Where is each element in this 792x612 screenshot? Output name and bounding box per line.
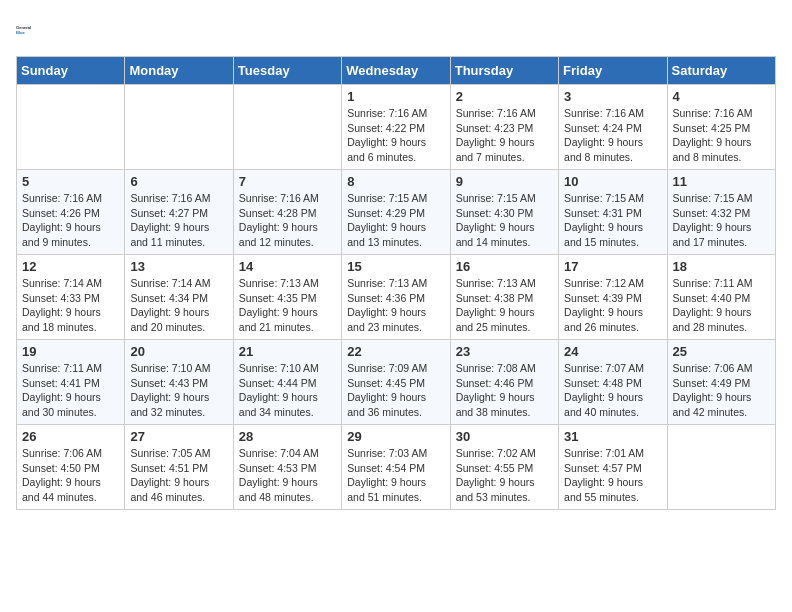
day-info: Sunrise: 7:10 AM Sunset: 4:44 PM Dayligh… bbox=[239, 361, 336, 420]
calendar-cell: 1Sunrise: 7:16 AM Sunset: 4:22 PM Daylig… bbox=[342, 85, 450, 170]
day-number: 24 bbox=[564, 344, 661, 359]
calendar-cell: 18Sunrise: 7:11 AM Sunset: 4:40 PM Dayli… bbox=[667, 255, 775, 340]
header: GeneralBlue bbox=[16, 16, 776, 44]
day-info: Sunrise: 7:12 AM Sunset: 4:39 PM Dayligh… bbox=[564, 276, 661, 335]
day-info: Sunrise: 7:02 AM Sunset: 4:55 PM Dayligh… bbox=[456, 446, 553, 505]
day-info: Sunrise: 7:07 AM Sunset: 4:48 PM Dayligh… bbox=[564, 361, 661, 420]
day-info: Sunrise: 7:10 AM Sunset: 4:43 PM Dayligh… bbox=[130, 361, 227, 420]
calendar-cell: 5Sunrise: 7:16 AM Sunset: 4:26 PM Daylig… bbox=[17, 170, 125, 255]
day-number: 30 bbox=[456, 429, 553, 444]
day-number: 8 bbox=[347, 174, 444, 189]
day-info: Sunrise: 7:13 AM Sunset: 4:36 PM Dayligh… bbox=[347, 276, 444, 335]
day-number: 28 bbox=[239, 429, 336, 444]
week-row-2: 5Sunrise: 7:16 AM Sunset: 4:26 PM Daylig… bbox=[17, 170, 776, 255]
day-number: 15 bbox=[347, 259, 444, 274]
day-number: 7 bbox=[239, 174, 336, 189]
calendar-cell: 8Sunrise: 7:15 AM Sunset: 4:29 PM Daylig… bbox=[342, 170, 450, 255]
day-number: 6 bbox=[130, 174, 227, 189]
day-info: Sunrise: 7:09 AM Sunset: 4:45 PM Dayligh… bbox=[347, 361, 444, 420]
day-number: 21 bbox=[239, 344, 336, 359]
day-info: Sunrise: 7:16 AM Sunset: 4:25 PM Dayligh… bbox=[673, 106, 770, 165]
calendar-cell: 9Sunrise: 7:15 AM Sunset: 4:30 PM Daylig… bbox=[450, 170, 558, 255]
calendar-cell: 24Sunrise: 7:07 AM Sunset: 4:48 PM Dayli… bbox=[559, 340, 667, 425]
weekday-header-wednesday: Wednesday bbox=[342, 57, 450, 85]
calendar-cell bbox=[17, 85, 125, 170]
calendar-cell: 17Sunrise: 7:12 AM Sunset: 4:39 PM Dayli… bbox=[559, 255, 667, 340]
calendar-cell bbox=[233, 85, 341, 170]
weekday-header-saturday: Saturday bbox=[667, 57, 775, 85]
day-number: 14 bbox=[239, 259, 336, 274]
calendar-cell: 6Sunrise: 7:16 AM Sunset: 4:27 PM Daylig… bbox=[125, 170, 233, 255]
day-number: 23 bbox=[456, 344, 553, 359]
calendar-cell: 3Sunrise: 7:16 AM Sunset: 4:24 PM Daylig… bbox=[559, 85, 667, 170]
week-row-1: 1Sunrise: 7:16 AM Sunset: 4:22 PM Daylig… bbox=[17, 85, 776, 170]
day-info: Sunrise: 7:13 AM Sunset: 4:35 PM Dayligh… bbox=[239, 276, 336, 335]
calendar-cell bbox=[125, 85, 233, 170]
day-number: 20 bbox=[130, 344, 227, 359]
day-number: 2 bbox=[456, 89, 553, 104]
weekday-header-row: SundayMondayTuesdayWednesdayThursdayFrid… bbox=[17, 57, 776, 85]
day-info: Sunrise: 7:16 AM Sunset: 4:26 PM Dayligh… bbox=[22, 191, 119, 250]
day-number: 29 bbox=[347, 429, 444, 444]
calendar-cell: 2Sunrise: 7:16 AM Sunset: 4:23 PM Daylig… bbox=[450, 85, 558, 170]
calendar-cell: 19Sunrise: 7:11 AM Sunset: 4:41 PM Dayli… bbox=[17, 340, 125, 425]
day-number: 10 bbox=[564, 174, 661, 189]
day-info: Sunrise: 7:16 AM Sunset: 4:24 PM Dayligh… bbox=[564, 106, 661, 165]
day-info: Sunrise: 7:11 AM Sunset: 4:41 PM Dayligh… bbox=[22, 361, 119, 420]
day-info: Sunrise: 7:04 AM Sunset: 4:53 PM Dayligh… bbox=[239, 446, 336, 505]
day-info: Sunrise: 7:08 AM Sunset: 4:46 PM Dayligh… bbox=[456, 361, 553, 420]
calendar-cell: 10Sunrise: 7:15 AM Sunset: 4:31 PM Dayli… bbox=[559, 170, 667, 255]
logo-icon: GeneralBlue bbox=[16, 16, 44, 44]
calendar-cell: 13Sunrise: 7:14 AM Sunset: 4:34 PM Dayli… bbox=[125, 255, 233, 340]
calendar-cell: 28Sunrise: 7:04 AM Sunset: 4:53 PM Dayli… bbox=[233, 425, 341, 510]
day-number: 22 bbox=[347, 344, 444, 359]
calendar-cell: 30Sunrise: 7:02 AM Sunset: 4:55 PM Dayli… bbox=[450, 425, 558, 510]
weekday-header-monday: Monday bbox=[125, 57, 233, 85]
day-number: 16 bbox=[456, 259, 553, 274]
day-info: Sunrise: 7:15 AM Sunset: 4:30 PM Dayligh… bbox=[456, 191, 553, 250]
day-info: Sunrise: 7:15 AM Sunset: 4:29 PM Dayligh… bbox=[347, 191, 444, 250]
day-info: Sunrise: 7:15 AM Sunset: 4:31 PM Dayligh… bbox=[564, 191, 661, 250]
day-info: Sunrise: 7:11 AM Sunset: 4:40 PM Dayligh… bbox=[673, 276, 770, 335]
calendar-cell: 22Sunrise: 7:09 AM Sunset: 4:45 PM Dayli… bbox=[342, 340, 450, 425]
calendar-cell: 7Sunrise: 7:16 AM Sunset: 4:28 PM Daylig… bbox=[233, 170, 341, 255]
day-number: 5 bbox=[22, 174, 119, 189]
svg-text:Blue: Blue bbox=[16, 30, 25, 35]
day-number: 31 bbox=[564, 429, 661, 444]
weekday-header-sunday: Sunday bbox=[17, 57, 125, 85]
calendar-cell bbox=[667, 425, 775, 510]
day-info: Sunrise: 7:16 AM Sunset: 4:27 PM Dayligh… bbox=[130, 191, 227, 250]
day-info: Sunrise: 7:16 AM Sunset: 4:23 PM Dayligh… bbox=[456, 106, 553, 165]
calendar-cell: 25Sunrise: 7:06 AM Sunset: 4:49 PM Dayli… bbox=[667, 340, 775, 425]
calendar-table: SundayMondayTuesdayWednesdayThursdayFrid… bbox=[16, 56, 776, 510]
week-row-5: 26Sunrise: 7:06 AM Sunset: 4:50 PM Dayli… bbox=[17, 425, 776, 510]
day-info: Sunrise: 7:03 AM Sunset: 4:54 PM Dayligh… bbox=[347, 446, 444, 505]
calendar-cell: 12Sunrise: 7:14 AM Sunset: 4:33 PM Dayli… bbox=[17, 255, 125, 340]
day-number: 12 bbox=[22, 259, 119, 274]
day-number: 1 bbox=[347, 89, 444, 104]
calendar-cell: 29Sunrise: 7:03 AM Sunset: 4:54 PM Dayli… bbox=[342, 425, 450, 510]
day-info: Sunrise: 7:16 AM Sunset: 4:28 PM Dayligh… bbox=[239, 191, 336, 250]
day-number: 3 bbox=[564, 89, 661, 104]
calendar-cell: 27Sunrise: 7:05 AM Sunset: 4:51 PM Dayli… bbox=[125, 425, 233, 510]
day-number: 4 bbox=[673, 89, 770, 104]
day-info: Sunrise: 7:15 AM Sunset: 4:32 PM Dayligh… bbox=[673, 191, 770, 250]
day-number: 26 bbox=[22, 429, 119, 444]
calendar-cell: 11Sunrise: 7:15 AM Sunset: 4:32 PM Dayli… bbox=[667, 170, 775, 255]
day-number: 11 bbox=[673, 174, 770, 189]
calendar-cell: 31Sunrise: 7:01 AM Sunset: 4:57 PM Dayli… bbox=[559, 425, 667, 510]
weekday-header-tuesday: Tuesday bbox=[233, 57, 341, 85]
day-info: Sunrise: 7:13 AM Sunset: 4:38 PM Dayligh… bbox=[456, 276, 553, 335]
day-info: Sunrise: 7:05 AM Sunset: 4:51 PM Dayligh… bbox=[130, 446, 227, 505]
day-number: 25 bbox=[673, 344, 770, 359]
calendar-cell: 15Sunrise: 7:13 AM Sunset: 4:36 PM Dayli… bbox=[342, 255, 450, 340]
day-info: Sunrise: 7:01 AM Sunset: 4:57 PM Dayligh… bbox=[564, 446, 661, 505]
calendar-cell: 20Sunrise: 7:10 AM Sunset: 4:43 PM Dayli… bbox=[125, 340, 233, 425]
calendar-cell: 16Sunrise: 7:13 AM Sunset: 4:38 PM Dayli… bbox=[450, 255, 558, 340]
day-info: Sunrise: 7:16 AM Sunset: 4:22 PM Dayligh… bbox=[347, 106, 444, 165]
calendar-cell: 4Sunrise: 7:16 AM Sunset: 4:25 PM Daylig… bbox=[667, 85, 775, 170]
day-number: 19 bbox=[22, 344, 119, 359]
week-row-4: 19Sunrise: 7:11 AM Sunset: 4:41 PM Dayli… bbox=[17, 340, 776, 425]
day-number: 17 bbox=[564, 259, 661, 274]
day-number: 13 bbox=[130, 259, 227, 274]
